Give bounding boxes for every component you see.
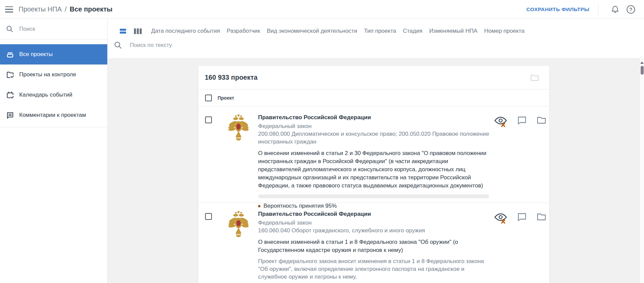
scrollbar-up-arrow[interactable]: [640, 61, 644, 64]
sidebar-item-project-comments[interactable]: Комментарии к проектам: [0, 105, 107, 125]
sidebar-item-label: Комментарии к проектам: [19, 112, 86, 119]
project-classification: 160.060.040 Оборот гражданского, служебн…: [258, 227, 489, 234]
sidebar-item-all-projects[interactable]: Все проекты: [0, 44, 107, 65]
filter-last-event-date[interactable]: Дата последнего события: [151, 27, 220, 35]
results-card: 160 933 проекта Проект: [198, 66, 549, 283]
topbar-divider: [598, 4, 598, 15]
results-count-title: 160 933 проекта: [205, 74, 257, 81]
scrollbar-thumb[interactable]: [641, 66, 644, 75]
filter-amended-npa[interactable]: Изменяемый НПА: [429, 27, 477, 35]
hamburger-icon[interactable]: [5, 6, 13, 12]
calendar-check-icon: [6, 91, 14, 99]
filter-panel: Дата последнего события Разработчик Вид …: [108, 19, 644, 59]
project-type: Федеральный закон: [258, 219, 489, 227]
vertical-scrollbar: [640, 59, 644, 283]
main-area: Дата последнего события Разработчик Вид …: [108, 19, 644, 283]
projects-tray-icon: [6, 50, 14, 58]
column-header-project: Проект: [218, 95, 234, 101]
project-title: О внесении изменений в статьи 2 и 30 Фед…: [258, 149, 489, 190]
filter-row: Дата последнего события Разработчик Вид …: [108, 19, 644, 36]
filter-developer[interactable]: Разработчик: [227, 27, 260, 35]
breadcrumb-section[interactable]: Проекты НПА: [19, 5, 62, 13]
probability-row: Вероятность принятия 95%: [258, 203, 489, 209]
text-search-row: [108, 36, 644, 49]
table-header-row: Проект: [198, 89, 549, 106]
sidebar-item-label: Все проекты: [19, 51, 53, 58]
sidebar-search: [0, 19, 107, 40]
search-icon: [6, 25, 13, 33]
list-view-icon[interactable]: [120, 28, 126, 34]
coat-of-arms-image: [228, 210, 250, 283]
svg-text:?: ?: [629, 7, 633, 12]
folder-icon[interactable]: [536, 212, 547, 222]
column-view-icon[interactable]: [134, 28, 142, 34]
top-bar: Проекты НПА / Все проекты СОХРАНИТЬ ФИЛЬ…: [0, 0, 644, 19]
filter-economic-activity[interactable]: Вид экономической деятельности: [267, 27, 357, 35]
sidebar: Все проекты Проекты на контроле Календар…: [0, 19, 108, 283]
project-developer: Правительство Российской Федерации: [258, 210, 489, 217]
filter-project-type[interactable]: Тип проекта: [364, 27, 396, 35]
filter-stage[interactable]: Стадия: [403, 27, 422, 35]
sidebar-nav: Все проекты Проекты на контроле Календар…: [0, 40, 107, 127]
search-icon: [114, 41, 122, 49]
question-circle-icon[interactable]: ?: [625, 4, 637, 15]
probability-dot-icon: [258, 205, 260, 207]
probability-label: Вероятность принятия 95%: [263, 203, 337, 209]
row-actions: [493, 210, 547, 283]
comments-icon: [6, 111, 14, 119]
bell-icon[interactable]: [610, 4, 620, 15]
filter-project-number[interactable]: Номер проекта: [484, 27, 524, 35]
sidebar-item-label: Календарь событий: [19, 92, 72, 98]
row-checkbox[interactable]: [205, 117, 212, 123]
project-row[interactable]: Правительство Российской Федерации Федер…: [198, 106, 549, 203]
breadcrumb: Проекты НПА / Все проекты: [19, 5, 112, 13]
row-checkbox[interactable]: [205, 213, 212, 220]
text-search-input[interactable]: [130, 42, 366, 49]
sidebar-item-monitored-projects[interactable]: Проекты на контроле: [0, 65, 107, 85]
project-classification: 200.080.000 Дипломатическое и консульско…: [258, 130, 489, 146]
breadcrumb-current: Все проекты: [70, 5, 113, 13]
coat-of-arms-image: [228, 114, 250, 203]
project-row[interactable]: Правительство Российской Федерации Федер…: [198, 203, 549, 283]
probability-progress-bar: [258, 195, 489, 198]
folder-icon[interactable]: [536, 115, 547, 125]
project-type: Федеральный закон: [258, 122, 489, 130]
folder-icon[interactable]: [529, 72, 541, 83]
unwatch-eye-icon[interactable]: [493, 115, 508, 128]
unwatch-eye-icon[interactable]: [493, 212, 508, 225]
comment-icon[interactable]: [516, 212, 528, 223]
project-description: Проект федерального закона вносит измене…: [258, 257, 489, 281]
project-developer: Правительство Российской Федерации: [258, 114, 489, 121]
breadcrumb-separator: /: [65, 5, 67, 13]
save-filters-button[interactable]: СОХРАНИТЬ ФИЛЬТРЫ: [526, 4, 590, 15]
sidebar-item-events-calendar[interactable]: Календарь событий: [0, 85, 107, 105]
folder-check-icon: [6, 71, 14, 79]
row-actions: [493, 114, 547, 203]
comment-icon[interactable]: [516, 115, 528, 126]
sidebar-item-label: Проекты на контроле: [19, 71, 76, 78]
sidebar-search-input[interactable]: [19, 26, 101, 32]
project-title: О внесении изменений в статьи 1 и 8 Феде…: [258, 238, 489, 254]
select-all-checkbox[interactable]: [205, 95, 212, 101]
